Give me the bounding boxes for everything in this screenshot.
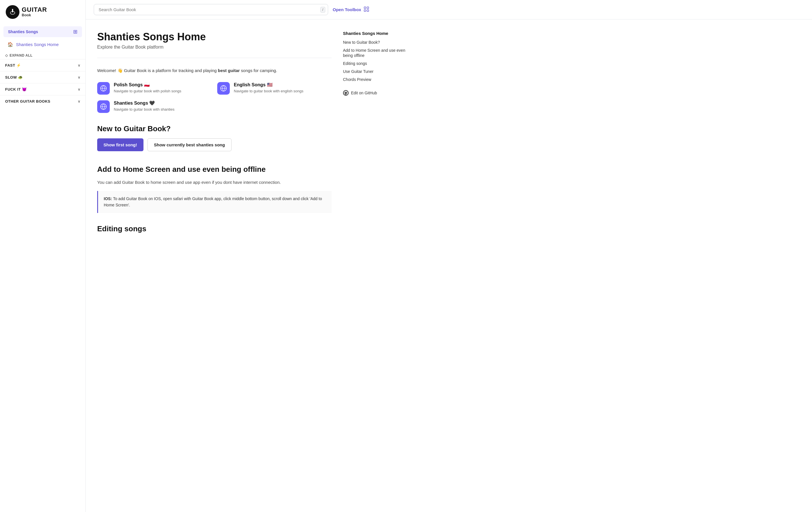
right-sidebar-title: Shanties Songs Home [343,31,409,36]
sidebar-section-fast: FAST ⚡ ∨ [0,59,85,71]
ios-label: IOS: [104,196,112,201]
new-to-heading: New to Guitar Book? [97,124,331,133]
right-sidebar: Shanties Songs Home New to Guitar Book? … [343,31,409,501]
english-card-title: English Songs 🇺🇸 [234,82,303,87]
content: Shanties Songs Home Explore the Guitar B… [86,20,812,512]
sidebar-home-label: Shanties Songs Home [16,42,59,47]
right-link-tuner[interactable]: Use Guitar Tuner [343,69,409,74]
logo-text: GUITAR Book [22,6,47,18]
header: / Open Toolbox [86,0,812,20]
open-toolbox-button[interactable]: Open Toolbox [333,6,369,13]
polish-card-desc: Navigate to guitar book with polish song… [114,89,181,94]
logo-icon [6,5,20,19]
shanties-card-title: Shanties Songs 🖤 [114,100,174,106]
logo-guitar: GUITAR [22,6,47,13]
sidebar: GUITAR Book Shanties Songs ⊞ 🏠 Shanties … [0,0,86,512]
expand-all-label: EXPAND ALL [10,53,33,57]
right-link-homescreen[interactable]: Add to Home Screen and use even being of… [343,48,409,58]
divider [97,58,331,58]
toolbox-label: Open Toolbox [333,7,361,12]
english-card-body: English Songs 🇺🇸 Navigate to guitar book… [234,82,303,94]
homescreen-desc: You can add Guitar Book to home screen a… [97,179,331,186]
welcome-prefix: Welcome! 👋 Guitar Book is a platform for… [97,68,218,73]
sidebar-section-fuckit-header[interactable]: FUCK IT 😈 ∨ [0,83,85,95]
polish-card-icon [97,82,110,95]
sidebar-section-fuckit: FUCK IT 😈 ∨ [0,83,85,95]
chevron-down-icon: ∨ [78,63,81,67]
github-row[interactable]: Edit on GitHub [343,90,409,96]
right-link-new[interactable]: New to Guitar Book? [343,40,409,45]
sidebar-section-slow-header[interactable]: SLOW 🐢 ∨ [0,72,85,83]
sidebar-section-fast-label: FAST ⚡ [5,63,21,67]
right-link-tuner-anchor[interactable]: Use Guitar Tuner [343,69,374,74]
right-sidebar-links: New to Guitar Book? Add to Home Screen a… [343,40,409,82]
show-first-song-button[interactable]: Show first song! [97,138,143,151]
card-polish[interactable]: Polish Songs 🇵🇱 Navigate to guitar book … [97,82,211,95]
home-icon: 🏠 [7,42,13,47]
right-link-editing[interactable]: Editing songs [343,61,409,66]
editing-heading: Editing songs [97,224,331,233]
chevron-down-icon-other: ∨ [78,99,81,104]
search-kbd: / [320,7,325,12]
sidebar-item-home[interactable]: 🏠 Shanties Songs Home [2,39,83,50]
new-to-section: New to Guitar Book? Show first song! Sho… [97,124,331,151]
ios-text: To add Guitar Book on IOS, open safari w… [104,196,322,207]
sidebar-category-label: Shanties Songs [8,29,38,34]
logo-area: GUITAR Book [0,0,85,23]
right-link-homescreen-anchor[interactable]: Add to Home Screen and use even being of… [343,48,405,58]
search-wrapper: / [94,4,328,15]
cards-grid: Polish Songs 🇵🇱 Navigate to guitar book … [97,82,331,113]
shanties-card-desc: Navigate to guitar book with shanties [114,107,174,112]
page-title: Shanties Songs Home [97,31,331,43]
english-card-icon [217,82,230,95]
sidebar-category-bar[interactable]: Shanties Songs ⊞ [3,26,82,37]
polish-card-title: Polish Songs 🇵🇱 [114,82,181,87]
shanties-card-body: Shanties Songs 🖤 Navigate to guitar book… [114,100,174,112]
main-area: / Open Toolbox Shanties Songs Home Explo… [86,0,812,512]
homescreen-heading: Add to Home Screen and use even being of… [97,165,331,174]
sidebar-section-other: OTHER GUITAR BOOKS ∨ [0,95,85,107]
chevron-down-icon-slow: ∨ [78,76,81,80]
page-subtitle: Explore the Guitar Book platform [97,45,331,50]
svg-point-3 [12,9,13,10]
svg-rect-6 [364,10,366,11]
welcome-suffix: songs for camping. [240,68,277,73]
right-link-new-anchor[interactable]: New to Guitar Book? [343,40,380,45]
card-english[interactable]: English Songs 🇺🇸 Navigate to guitar book… [217,82,331,95]
sidebar-section-slow-label: SLOW 🐢 [5,75,23,80]
grid-icon: ⊞ [73,29,78,35]
sidebar-section-fast-header[interactable]: FAST ⚡ ∨ [0,59,85,71]
sidebar-section-other-header[interactable]: OTHER GUITAR BOOKS ∨ [0,95,85,107]
search-input[interactable] [94,4,328,15]
welcome-bold: best guitar [218,68,240,73]
right-link-chords[interactable]: Chords Preview [343,77,409,82]
welcome-text: Welcome! 👋 Guitar Book is a platform for… [97,67,331,74]
homescreen-section: Add to Home Screen and use even being of… [97,165,331,213]
right-link-editing-anchor[interactable]: Editing songs [343,61,367,66]
polish-card-body: Polish Songs 🇵🇱 Navigate to guitar book … [114,82,181,94]
sidebar-section-other-label: OTHER GUITAR BOOKS [5,99,50,104]
editing-section: Editing songs [97,224,331,233]
chevron-down-icon-fuckit: ∨ [78,87,81,91]
svg-rect-5 [367,7,369,8]
sidebar-section-slow: SLOW 🐢 ∨ [0,71,85,83]
expand-all-row[interactable]: ◇ EXPAND ALL [0,51,85,59]
content-main: Shanties Songs Home Explore the Guitar B… [97,31,331,501]
svg-rect-4 [364,7,366,8]
show-best-shanties-button[interactable]: Show currently best shanties song [147,138,232,151]
card-shanties[interactable]: Shanties Songs 🖤 Navigate to guitar book… [97,100,211,113]
shanties-card-icon [97,100,110,113]
ios-blockquote: IOS: To add Guitar Book on IOS, open saf… [97,191,331,213]
logo-book: Book [22,13,47,18]
sidebar-section-fuckit-label: FUCK IT 😈 [5,87,27,91]
right-link-chords-anchor[interactable]: Chords Preview [343,77,371,82]
github-label: Edit on GitHub [351,91,377,95]
toolbox-icon [364,6,369,13]
english-card-desc: Navigate to guitar book with english son… [234,89,303,94]
github-icon [343,90,349,96]
diamond-icon: ◇ [5,53,8,57]
buttons-row: Show first song! Show currently best sha… [97,138,331,151]
svg-rect-7 [367,10,369,11]
